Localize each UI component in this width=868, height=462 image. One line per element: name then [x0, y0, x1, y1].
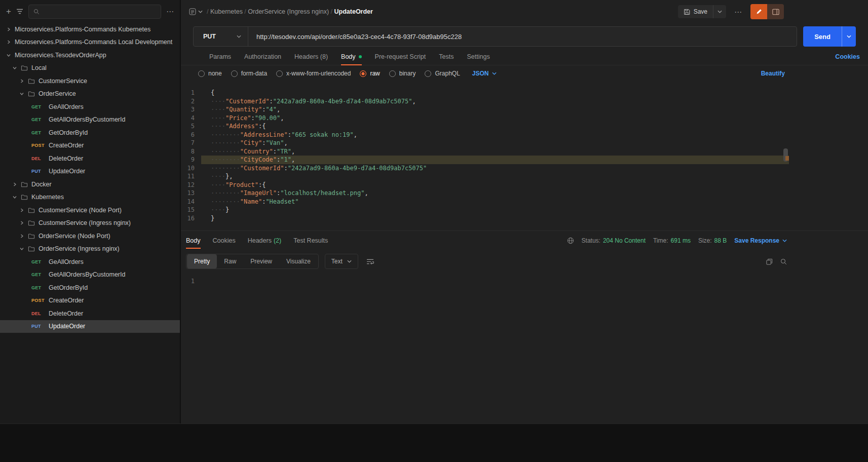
folder-orderservice-ingress-nginx[interactable]: OrderService (Ingress nginx) [0, 243, 180, 256]
breadcrumb-kubernetes[interactable]: Kubernetes [210, 8, 243, 15]
view-visualize[interactable]: Visualize [279, 254, 318, 268]
request-deleteorder[interactable]: DELDeleteOrder [0, 307, 180, 320]
collection-microservices-tesodevorderapp[interactable]: Microservices.TesodevOrderApp [0, 49, 180, 62]
request-tabs: ParamsAuthorizationHeaders (8)BodyPre-re… [209, 49, 503, 65]
code-line-13[interactable]: 13········"ImageUrl":"localhost/headset.… [181, 189, 789, 198]
sidebar-more-icon[interactable]: ⋯ [166, 8, 174, 15]
request-geallorders[interactable]: GETGeAllOrders [0, 255, 180, 268]
side-panel-button[interactable] [767, 4, 784, 19]
tab-tests[interactable]: Tests [439, 49, 454, 65]
body-mode-binary[interactable]: binary [389, 70, 416, 77]
globe-icon[interactable] [567, 237, 574, 244]
method-badge: POST [31, 298, 45, 303]
request-getallordersbycustomerid[interactable]: GETGetAllOrdersByCustomerId [0, 113, 180, 127]
method-badge: GET [31, 117, 45, 122]
view-raw[interactable]: Raw [217, 254, 243, 268]
save-dropdown-button[interactable] [713, 5, 726, 18]
folder-kubernetes[interactable]: Kubernetes [0, 191, 180, 204]
view-pretty[interactable]: Pretty [187, 254, 217, 268]
code-line-6[interactable]: 6········"AddressLine":"665 sokak no:19"… [181, 131, 789, 139]
new-plus-button[interactable]: + [6, 7, 11, 16]
request-deleteorder[interactable]: DELDeleteOrder [0, 152, 180, 165]
collection-microservices-platforms-commands-local-development[interactable]: Microservices.Platforms-Commands Local D… [0, 36, 180, 49]
save-button[interactable]: Save [678, 5, 713, 18]
body-mode-graphql[interactable]: GraphQL [425, 70, 460, 77]
request-updateorder[interactable]: PUTUpdateOrder [0, 320, 180, 333]
response-tab-body[interactable]: Body [186, 231, 201, 250]
request-updateorder[interactable]: PUTUpdateOrder [0, 165, 180, 178]
collection-microservices-platforms-commands-kubernetes[interactable]: Microservices.Platforms-Commands Kuberne… [0, 23, 180, 36]
response-tab-headers[interactable]: Headers(2) [248, 231, 282, 250]
folder-customerservice-node-port[interactable]: CustomerService (Node Port) [0, 204, 180, 217]
response-tab-cookies[interactable]: Cookies [213, 231, 236, 250]
response-body-editor[interactable]: 1 [181, 273, 789, 423]
request-createorder[interactable]: POSTCreateOrder [0, 139, 180, 152]
tab-label: Settings [467, 53, 489, 60]
body-mode-label: form-data [241, 70, 267, 77]
code-line-9[interactable]: 9········"CityCode":"1", [181, 156, 789, 164]
language-select[interactable]: JSON [472, 70, 497, 77]
view-preview[interactable]: Preview [243, 254, 279, 268]
sidebar-search-input[interactable] [43, 8, 156, 15]
line-number: 4 [181, 114, 201, 123]
folder-orderservice[interactable]: OrderService [0, 88, 180, 101]
breadcrumb-updateorder[interactable]: UpdateOrder [334, 8, 373, 15]
copy-icon[interactable] [766, 258, 773, 265]
body-mode-x-www-form-urlencoded[interactable]: x-www-form-urlencoded [276, 70, 351, 77]
wrap-text-icon[interactable] [364, 256, 376, 267]
code-line-16[interactable]: 16} [181, 214, 789, 223]
send-dropdown-button[interactable] [842, 26, 856, 47]
code-line-4[interactable]: 4····"Price":"90.00", [181, 114, 789, 123]
tab-headers-8[interactable]: Headers (8) [294, 49, 328, 65]
cookies-link[interactable]: Cookies [835, 53, 860, 60]
code-line-7[interactable]: 7········"City":"Van", [181, 139, 789, 147]
tab-pre-request-script[interactable]: Pre-request Script [375, 49, 426, 65]
request-getorderbyid[interactable]: GETGetOrderById [0, 126, 180, 139]
body-mode-raw[interactable]: raw [360, 70, 380, 77]
tab-params[interactable]: Params [209, 49, 231, 65]
folder-customerservice-ingress-nginx[interactable]: CustomerService (Ingress nginx) [0, 217, 180, 230]
code-line-5[interactable]: 5····"Address":{ [181, 122, 789, 131]
breadcrumb-orderservice-ingress-nginx[interactable]: OrderService (Ingress nginx) [248, 8, 329, 15]
tree-item-label: GetAllOrdersByCustomerId [49, 271, 125, 278]
folder-local[interactable]: Local [0, 62, 180, 75]
sidebar-search[interactable] [28, 5, 161, 19]
code-line-14[interactable]: 14········"Name":"Headset" [181, 198, 789, 206]
tab-body[interactable]: Body [341, 49, 362, 65]
tab-settings[interactable]: Settings [467, 49, 489, 65]
code-line-11[interactable]: 11····}, [181, 172, 789, 181]
folder-customerservice[interactable]: CustomerService [0, 74, 180, 88]
code-line-8[interactable]: 8········"Country":"TR", [181, 147, 789, 156]
folder-docker[interactable]: Docker [0, 178, 180, 191]
save-response-button[interactable]: Save Response [734, 237, 787, 244]
code-line-15[interactable]: 15····} [181, 206, 789, 214]
request-geallorders[interactable]: GETGeAllOrders [0, 100, 180, 113]
request-getallordersbycustomerid[interactable]: GETGetAllOrdersByCustomerId [0, 268, 180, 282]
method-select[interactable]: PUT [194, 27, 248, 46]
response-tab-test-results[interactable]: Test Results [293, 231, 328, 250]
folder-orderservice-node-port[interactable]: OrderService (Node Port) [0, 229, 180, 243]
request-more-icon[interactable]: ⋯ [731, 8, 745, 16]
request-createorder[interactable]: POSTCreateOrder [0, 294, 180, 307]
body-mode-form-data[interactable]: form-data [231, 70, 267, 77]
format-select[interactable]: Text [325, 254, 358, 269]
response-code-line-1[interactable]: 1 [181, 277, 789, 286]
method-badge: GET [31, 130, 45, 135]
search-icon[interactable] [780, 258, 787, 265]
code-line-10[interactable]: 10········"CustomerId":"242a7ad9-860a-4b… [181, 164, 789, 173]
body-mode-none[interactable]: none [198, 70, 222, 77]
code-line-2[interactable]: 2····"CustomerId":"242a7ad9-860a-4be9-d7… [181, 97, 789, 106]
request-body-editor[interactable]: 1{2····"CustomerId":"242a7ad9-860a-4be9-… [181, 85, 789, 230]
code-line-12[interactable]: 12····"Product":{ [181, 181, 789, 189]
url-input[interactable]: http://tesodev.com/api/order/c85e0a23-ce… [248, 33, 470, 41]
request-getorderbyid[interactable]: GETGetOrderById [0, 281, 180, 294]
code-line-1[interactable]: 1{ [181, 89, 789, 97]
beautify-link[interactable]: Beautify [761, 70, 785, 77]
filter-icon[interactable] [16, 9, 23, 14]
edit-pencil-button[interactable] [750, 4, 767, 19]
collection-menu-icon[interactable] [189, 8, 203, 15]
tab-authorization[interactable]: Authorization [244, 49, 281, 65]
code-line-3[interactable]: 3····"Quantity":"4", [181, 105, 789, 114]
pencil-icon [756, 9, 762, 15]
send-button[interactable]: Send [803, 26, 842, 47]
